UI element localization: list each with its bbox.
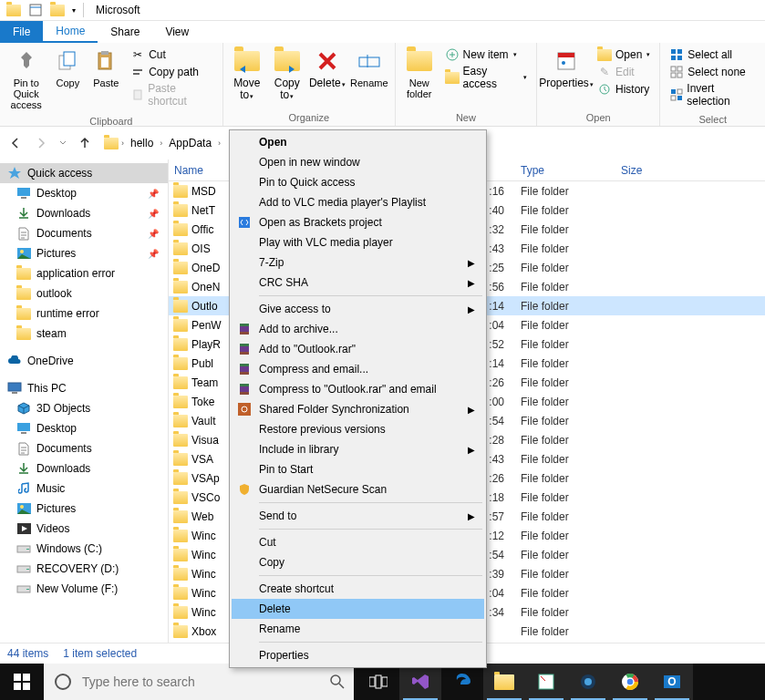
chevron-right-icon[interactable]: › [120, 139, 125, 148]
tab-file[interactable]: File [0, 21, 43, 43]
back-button[interactable] [5, 133, 26, 153]
select-none-button[interactable]: Select none [666, 64, 760, 80]
context-menu-item[interactable]: Delete [232, 599, 484, 619]
address-bar[interactable]: › hello › AppData › [100, 132, 225, 154]
tab-view[interactable]: View [152, 21, 202, 43]
history-button[interactable]: History [594, 81, 654, 98]
context-menu-item[interactable]: Compress to "Outlook.rar" and email [232, 379, 484, 399]
sidebar-item[interactable]: runtime error [0, 304, 168, 324]
context-menu-item[interactable]: Open as Brackets project [232, 212, 484, 232]
context-menu-item[interactable]: Play with VLC media player [232, 232, 484, 252]
context-menu-item[interactable]: Create shortcut [232, 579, 484, 599]
properties-button[interactable]: Properties▾ [541, 45, 592, 91]
taskbar-app1-icon[interactable] [525, 664, 567, 700]
copy-to-button[interactable]: Copy to▾ [267, 45, 307, 103]
context-menu-item[interactable]: Shared Folder Synchronization▶ [232, 399, 484, 419]
taskbar-edge-icon[interactable] [441, 664, 483, 700]
sidebar-item[interactable]: steam [0, 324, 168, 344]
new-item-button[interactable]: New item▾ [441, 46, 531, 63]
sidebar-quick-access[interactable]: Quick access [0, 163, 168, 183]
context-menu-item[interactable]: 7-Zip▶ [232, 252, 484, 273]
folder-icon [173, 262, 188, 274]
sidebar-this-pc[interactable]: This PC [0, 378, 168, 398]
open-button[interactable]: Open▾ [594, 46, 654, 63]
context-menu-item[interactable]: Add to VLC media player's Playlist [232, 192, 484, 212]
sidebar-item[interactable]: RECOVERY (D:) [0, 559, 168, 579]
recent-locations-button[interactable] [57, 133, 69, 153]
chevron-right-icon[interactable]: › [217, 139, 222, 148]
context-menu-item[interactable]: Pin to Start [232, 459, 484, 479]
sidebar-item[interactable]: Desktop [0, 418, 168, 438]
context-menu-item[interactable]: Restore previous versions [232, 419, 484, 439]
delete-button[interactable]: Delete▾ [307, 45, 347, 91]
new-folder-button[interactable]: New folder [399, 45, 439, 101]
copy-button[interactable]: Copy [48, 45, 87, 90]
breadcrumb-segment[interactable]: hello [127, 137, 157, 149]
rename-button[interactable]: Rename [347, 45, 391, 90]
easy-access-button[interactable]: Easy access▾ [441, 64, 531, 91]
context-menu-item[interactable]: Copy [232, 552, 484, 572]
context-menu-item[interactable]: Send to▶ [232, 506, 484, 526]
sidebar-item[interactable]: application error [0, 263, 168, 283]
copy-path-button[interactable]: Copy path [127, 64, 217, 80]
context-menu-label: Delete [259, 602, 291, 615]
tab-share[interactable]: Share [98, 21, 152, 43]
breadcrumb-segment[interactable]: AppData [165, 137, 215, 149]
sidebar-item[interactable]: Videos [0, 519, 168, 539]
sidebar-item[interactable]: Documents [0, 438, 168, 458]
context-menu-item[interactable]: Compress and email... [232, 359, 484, 379]
forward-button[interactable] [31, 133, 51, 153]
context-menu-label: Open in new window [259, 156, 360, 169]
taskbar-search[interactable] [44, 664, 354, 700]
taskbar-app2-icon[interactable] [567, 664, 609, 700]
context-menu-item[interactable]: Add to archive... [232, 319, 484, 339]
move-to-button[interactable]: Move to▾ [227, 45, 267, 103]
context-menu-item[interactable]: Pin to Quick access [232, 172, 484, 192]
context-menu-item[interactable]: Open [232, 132, 484, 152]
sidebar-item[interactable]: Downloads [0, 458, 168, 479]
taskbar-explorer-icon[interactable] [483, 664, 525, 700]
task-view-button[interactable] [357, 664, 399, 700]
context-menu-item[interactable]: Cut [232, 532, 484, 552]
svg-point-38 [20, 505, 24, 509]
qat-dropdown-icon[interactable]: ▾ [69, 6, 78, 15]
context-menu-item[interactable]: Rename [232, 619, 484, 639]
context-menu-item[interactable]: Add to "Outlook.rar" [232, 339, 484, 359]
select-all-button[interactable]: Select all [666, 46, 760, 63]
sidebar-item[interactable]: Music [0, 479, 168, 499]
taskbar-vs-icon[interactable] [399, 664, 441, 700]
invert-selection-button[interactable]: Invert selection [666, 81, 760, 108]
start-button[interactable] [0, 664, 44, 700]
context-menu-item[interactable]: CRC SHA▶ [232, 273, 484, 293]
context-menu-item[interactable]: Guardian NetSecure Scan [232, 479, 484, 499]
chevron-right-icon[interactable]: › [159, 139, 163, 148]
cut-button[interactable]: ✂Cut [127, 46, 217, 63]
tab-home[interactable]: Home [43, 21, 98, 43]
sidebar-item[interactable]: 3D Objects [0, 398, 168, 418]
sidebar-item[interactable]: Pictures [0, 499, 168, 519]
paste-button[interactable]: Paste [87, 45, 125, 90]
sidebar-item[interactable]: Downloads📌 [0, 203, 168, 223]
context-menu-item[interactable]: Properties [232, 645, 484, 665]
column-type[interactable]: Type [515, 164, 615, 177]
sidebar-item[interactable]: Desktop📌 [0, 183, 168, 203]
sidebar-item[interactable]: New Volume (F:) [0, 579, 168, 599]
taskbar-outlook-icon[interactable]: O [651, 664, 693, 700]
context-menu-item[interactable]: Open in new window [232, 152, 484, 172]
sidebar-item-label: Videos [36, 522, 69, 535]
properties-icon [552, 46, 581, 76]
qat-newfolder-icon[interactable] [47, 1, 67, 19]
qat-properties-icon[interactable] [26, 1, 46, 19]
sidebar-item[interactable]: Pictures📌 [0, 243, 168, 263]
up-button[interactable] [75, 133, 95, 153]
column-size[interactable]: Size [615, 164, 688, 177]
taskbar-chrome-icon[interactable] [609, 664, 651, 700]
context-menu-item[interactable]: Give access to▶ [232, 299, 484, 319]
sidebar-onedrive[interactable]: OneDrive [0, 351, 168, 371]
context-menu-item[interactable]: Include in library▶ [232, 439, 484, 459]
sidebar-item[interactable]: outlook [0, 283, 168, 304]
search-input[interactable] [82, 674, 321, 689]
pin-to-quick-access-button[interactable]: Pin to Quick access [4, 45, 48, 112]
sidebar-item[interactable]: Windows (C:) [0, 539, 168, 559]
sidebar-item[interactable]: Documents📌 [0, 223, 168, 243]
